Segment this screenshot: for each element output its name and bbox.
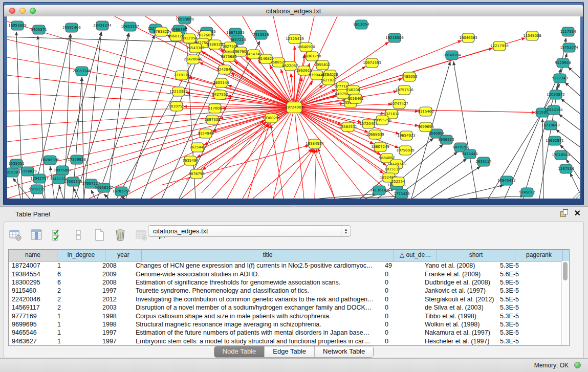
network-node[interactable]: 8938923 (438, 135, 454, 144)
black-edge[interactable] (412, 159, 467, 199)
network-node[interactable]: 12093872 (547, 90, 565, 99)
table-row[interactable]: 969969511998Structural magnetic resonanc… (9, 320, 569, 329)
network-node[interactable]: 1810755 (168, 102, 184, 111)
network-node[interactable]: 2935114 (475, 157, 492, 166)
network-node[interactable]: 20591406 (62, 23, 81, 32)
table-cell[interactable]: Investigating the contribution of common… (133, 296, 382, 303)
column-header-out_de[interactable]: △ out_de… (394, 250, 437, 261)
table-cell[interactable]: 22420046 (9, 296, 54, 303)
network-window[interactable]: citations_edges.txt 18724007160538099405… (3, 2, 584, 205)
black-edge[interactable] (453, 61, 477, 199)
network-node[interactable]: 8813054 (353, 20, 369, 29)
network-node[interactable]: 19756928 (396, 146, 415, 155)
table-row[interactable]: 946362711997Embryonic stem cells: a mode… (9, 337, 569, 345)
network-node[interactable]: 12217958 (490, 41, 509, 51)
column-header-short[interactable]: short (437, 250, 515, 261)
table-cell[interactable]: 9463627 (9, 338, 54, 345)
table-cell[interactable]: Jankovic et al. (1997) (422, 287, 497, 294)
network-node[interactable]: 1733426 (394, 189, 410, 199)
table-cell[interactable]: Nakamura et al. (1997) (422, 329, 497, 336)
red-edge[interactable] (294, 107, 335, 199)
network-node[interactable]: 1897331 (204, 115, 220, 124)
table-cell[interactable]: 5.6E-5 (497, 271, 541, 278)
new-column-icon[interactable] (92, 228, 106, 242)
table-cell[interactable]: 5.3E-5 (497, 313, 541, 320)
table-row[interactable]: 2242004622012Investigating the contribut… (9, 295, 569, 303)
table-cell[interactable]: 1 (54, 338, 99, 345)
network-node[interactable]: 18757516 (395, 85, 413, 95)
table-cell[interactable]: Embryonic stem cells: a model to study s… (133, 338, 382, 345)
network-canvas[interactable]: 1872400716053809940557120591406284313741… (7, 16, 580, 199)
network-node[interactable]: 117006 (208, 104, 222, 113)
table-cell[interactable]: 0 (382, 329, 422, 336)
network-node[interactable]: 20206596 (41, 156, 59, 165)
table-cell[interactable]: Dudbridge et al. (2008) (422, 279, 497, 286)
table-cell[interactable]: 1 (54, 329, 99, 336)
black-edge[interactable] (565, 82, 580, 96)
table-cell[interactable]: 9465546 (9, 329, 54, 336)
table-cell[interactable]: 5.3E-5 (497, 287, 541, 294)
table-cell[interactable]: 9777169 (9, 313, 54, 320)
table-cell[interactable]: 5.3E-5 (497, 329, 541, 336)
table-cell[interactable]: 0 (382, 338, 422, 345)
memory-status-indicator-icon[interactable] (574, 362, 581, 368)
network-node[interactable]: 30975887 (53, 166, 72, 175)
table-cell[interactable]: 0 (382, 296, 422, 303)
black-edge[interactable] (561, 99, 580, 114)
black-edge[interactable] (431, 166, 481, 199)
table-cell[interactable]: Wolkin et al. (1998) (422, 321, 497, 328)
network-node[interactable]: 28431374 (93, 21, 112, 30)
network-node[interactable]: 1535051 (8, 159, 24, 168)
column-header-name[interactable]: name (9, 250, 57, 261)
table-cell[interactable]: 5.3E-5 (497, 338, 541, 345)
red-edge[interactable] (294, 107, 304, 199)
table-cell[interactable]: 0 (382, 271, 422, 278)
tab-node-table[interactable]: Node Table (214, 346, 265, 357)
network-node[interactable]: 18724007 (285, 102, 303, 113)
table-cell[interactable]: Franke et al. (2009) (422, 271, 497, 278)
network-node[interactable]: 9405571 (31, 25, 47, 34)
table-cell[interactable]: Tibbo et al. (1998) (422, 313, 497, 320)
network-node[interactable]: 16961758 (303, 52, 321, 61)
select-all-icon[interactable] (50, 228, 64, 242)
network-node[interactable]: 16046383 (459, 33, 477, 42)
red-edge[interactable] (294, 46, 295, 107)
network-node[interactable]: 9878798 (188, 169, 204, 179)
network-node[interactable]: 9875685 (221, 52, 236, 61)
minimize-traffic-light-icon[interactable] (19, 8, 26, 14)
vertical-scrollbar[interactable] (561, 261, 569, 345)
network-node[interactable]: 12325419 (286, 34, 304, 43)
table-cell[interactable]: 19384554 (9, 271, 54, 278)
table-row[interactable]: 977716911998Corpus callosum shape and si… (9, 312, 569, 320)
black-edge[interactable] (107, 33, 129, 199)
network-node[interactable]: 9763822 (153, 27, 169, 36)
table-row[interactable]: 1830029562008Estimation of significance … (9, 278, 569, 287)
network-node[interactable]: 7515526 (253, 30, 269, 39)
close-panel-icon[interactable]: ✕ (574, 209, 581, 217)
network-node[interactable]: 252254 (391, 177, 405, 186)
table-cell[interactable]: 2 (54, 304, 99, 311)
red-edge[interactable] (7, 107, 294, 157)
network-node[interactable]: 10653357 (121, 22, 139, 31)
delete-trash-icon[interactable] (113, 228, 127, 242)
clear-selection-icon[interactable] (71, 228, 85, 242)
tab-edge-table[interactable]: Edge Table (265, 346, 315, 357)
table-cell[interactable]: 5.3E-5 (497, 321, 541, 328)
column-header-year[interactable]: year (105, 250, 142, 261)
table-column-icon[interactable] (29, 228, 43, 242)
table-row[interactable]: 1872400712008Changes of HCN gene express… (9, 261, 569, 270)
table-cell[interactable]: Disruption of a novel member of a sodium… (133, 304, 382, 311)
table-cell[interactable]: 9699695 (9, 321, 54, 328)
black-edge[interactable] (469, 196, 524, 199)
table-cell[interactable]: Estimation of significance thresholds fo… (133, 279, 382, 286)
network-node[interactable]: 8186328 (207, 40, 223, 49)
table-cell[interactable]: Genome-wide association studies in ADHD. (133, 271, 382, 278)
red-edge[interactable] (294, 16, 337, 107)
table-cell[interactable]: 2012 (99, 296, 133, 303)
network-node[interactable]: 2718176 (173, 71, 190, 80)
network-node[interactable]: 9227343 (552, 74, 568, 83)
table-cell[interactable]: 2 (54, 296, 99, 303)
table-cell[interactable]: 1 (54, 313, 99, 320)
resize-grip[interactable] (573, 191, 580, 199)
table-cell[interactable]: Estimation of the future numbers of pati… (133, 329, 382, 336)
